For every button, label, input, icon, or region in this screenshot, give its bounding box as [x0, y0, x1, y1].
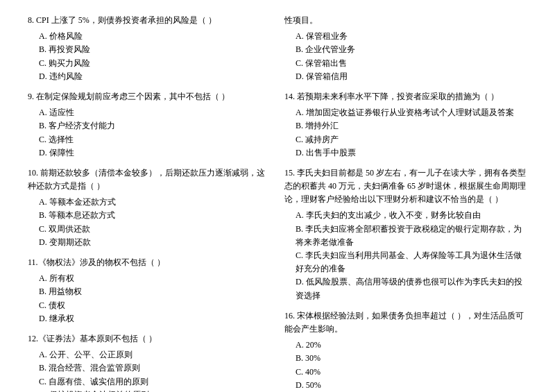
q8-option-b: B. 再投资风险 [28, 43, 271, 56]
q13-option-d: D. 保管箱信用 [284, 70, 527, 83]
q10-option-a: A. 等额本金还款方式 [28, 196, 271, 209]
q12-option-a: A. 公开、公平、公正原则 [28, 348, 271, 361]
q15-option-d: D. 低风险股票、高信用等级的债券也很可以作为李氏夫妇的投资选择 [284, 275, 527, 302]
q11-option-c: C. 债权 [28, 299, 271, 312]
q9-option-d: D. 保障性 [28, 146, 271, 160]
q12-option-d: D. 保护投资者合法权益的原则 [28, 389, 271, 392]
q15-option-b: B. 李氏夫妇应将全部积蓄投资于政税稳定的银行定期存款，为将来养老做准备 [284, 223, 527, 249]
q8-option-c: C. 购买力风险 [28, 57, 271, 70]
question-9: 9. 在制定保险规划前应考虑三个因素，其中不包括（ ） A. 适应性 B. 客户… [28, 90, 271, 160]
q13-option-c: C. 保管箱出售 [284, 57, 527, 70]
q14-option-a: A. 增加固定收益证券银行从业资格考试个人理财试题及答案 [284, 106, 527, 119]
q13-option-b: B. 企业代管业务 [284, 43, 527, 56]
q16-option-a: A. 20% [284, 339, 527, 352]
q8-option-a: A. 价格风险 [28, 30, 271, 43]
q15-text: 15. 李氏夫妇目前都是 50 岁左右，有一儿子在读大学，拥有各类型态的积蓄共 … [284, 167, 527, 207]
q11-option-b: B. 用益物权 [28, 285, 271, 298]
q16-option-b: B. 30% [284, 352, 527, 365]
q10-option-d: D. 变期期还款 [28, 236, 271, 249]
q8-option-d: D. 违约风险 [28, 70, 271, 83]
right-column: 性项目。 A. 保管租业务 B. 企业代管业务 C. 保管箱出售 D. 保管箱信… [284, 14, 527, 392]
q9-text: 9. 在制定保险规划前应考虑三个因素，其中不包括（ ） [28, 90, 271, 103]
q16-option-d: D. 50% [284, 379, 527, 392]
q14-text: 14. 若预期未来利率水平下降，投资者应采取的措施为（ ） [284, 90, 527, 103]
question-13-cont: 性项目。 A. 保管租业务 B. 企业代管业务 C. 保管箱出售 D. 保管箱信… [284, 14, 527, 83]
exam-page: 8. CPI 上涨了 5%，则债券投资者承担的风险是（ ） A. 价格风险 B.… [28, 14, 527, 392]
q11-text: 11.《物权法》涉及的物权不包括（ ） [28, 256, 271, 269]
content-columns: 8. CPI 上涨了 5%，则债券投资者承担的风险是（ ） A. 价格风险 B.… [28, 14, 527, 392]
q16-option-c: C. 40% [284, 366, 527, 379]
q14-option-d: D. 出售手中股票 [284, 146, 527, 160]
q14-option-b: B. 增持外汇 [284, 119, 527, 133]
question-8: 8. CPI 上涨了 5%，则债券投资者承担的风险是（ ） A. 价格风险 B.… [28, 14, 271, 83]
question-10: 10. 前期还款较多（清偿本金较多），后期还款压力逐渐减弱，这种还款方式是指（ … [28, 167, 271, 249]
q13-option-a: A. 保管租业务 [284, 30, 527, 43]
q11-option-d: D. 继承权 [28, 312, 271, 325]
question-15: 15. 李氏夫妇目前都是 50 岁左右，有一儿子在读大学，拥有各类型态的积蓄共 … [284, 167, 527, 302]
q16-text: 16. 宋体根据经验法则，如果债务负担率超过（ ），对生活品质可能会产生影响。 [284, 309, 527, 336]
q10-text: 10. 前期还款较多（清偿本金较多），后期还款压力逐渐减弱，这种还款方式是指（ … [28, 167, 271, 193]
q9-option-c: C. 选择性 [28, 133, 271, 146]
q15-option-a: A. 李氏夫妇的支出减少，收入不变，财务比较自由 [284, 209, 527, 222]
q14-option-c: C. 减持房产 [284, 133, 527, 146]
question-14: 14. 若预期未来利率水平下降，投资者应采取的措施为（ ） A. 增加固定收益证… [284, 90, 527, 160]
question-12: 12.《证券法》基本原则不包括（ ） A. 公开、公平、公正原则 B. 混合经营… [28, 332, 271, 392]
q12-option-c: C. 自愿有偿、诚实信用的原则 [28, 375, 271, 389]
q11-option-a: A. 所有权 [28, 272, 271, 285]
question-16: 16. 宋体根据经验法则，如果债务负担率超过（ ），对生活品质可能会产生影响。 … [284, 309, 527, 392]
q9-option-a: A. 适应性 [28, 106, 271, 119]
q9-option-b: B. 客户经济支付能力 [28, 119, 271, 133]
q10-option-c: C. 双周供还款 [28, 223, 271, 236]
q10-option-b: B. 等额本息还款方式 [28, 209, 271, 222]
left-column: 8. CPI 上涨了 5%，则债券投资者承担的风险是（ ） A. 价格风险 B.… [28, 14, 271, 392]
q15-option-c: C. 李氏夫妇应当利用共同基金、人寿保险等工具为退休生活做好充分的准备 [284, 249, 527, 275]
q13-cont-text: 性项目。 [284, 14, 527, 27]
q8-text: 8. CPI 上涨了 5%，则债券投资者承担的风险是（ ） [28, 14, 271, 27]
q12-option-b: B. 混合经营、混合监管原则 [28, 361, 271, 375]
question-11: 11.《物权法》涉及的物权不包括（ ） A. 所有权 B. 用益物权 C. 债权… [28, 256, 271, 325]
q12-text: 12.《证券法》基本原则不包括（ ） [28, 332, 271, 346]
